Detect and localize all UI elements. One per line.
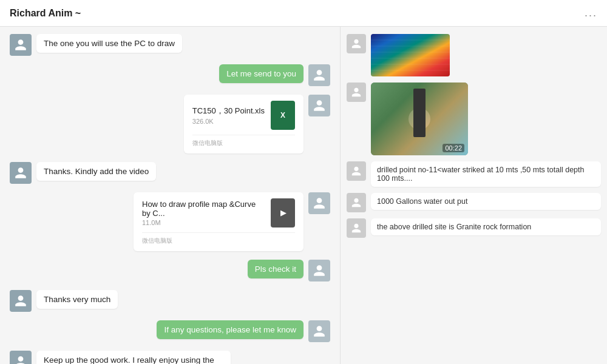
video-thumbnail[interactable]: 00:22 [371, 83, 468, 155]
right-chat-panel: 00:22 drilled point no-11<water striked … [340, 27, 607, 364]
video-file-attachment[interactable]: How to draw profile map &Curve by C... 1… [134, 192, 304, 251]
file-name: How to draw profile map &Curve by C... [142, 200, 265, 218]
file-size: 326.0K [192, 118, 265, 125]
avatar [308, 320, 330, 342]
chat-title: Richard Anim ~ [10, 8, 81, 19]
message-row: The one you will use the PC to draw [10, 34, 330, 56]
avatar [347, 193, 366, 212]
message-text: Thanks very much [44, 295, 110, 304]
message-text: the above drilled site is Granite rock f… [377, 223, 531, 231]
file-size: 11.0M [142, 219, 265, 226]
avatar [347, 83, 366, 102]
avatar [347, 161, 366, 181]
message-bubble: The one you will use the PC to draw [36, 34, 182, 53]
file-footer: 微信电脑版 [142, 232, 295, 245]
right-message-row: 00:22 [347, 83, 601, 155]
message-bubble: the above drilled site is Granite rock f… [371, 218, 601, 235]
message-bubble-green: If any questions, please let me know [157, 320, 304, 339]
avatar [308, 95, 330, 116]
chat-header: Richard Anim ~ ... [0, 0, 607, 27]
file-attachment[interactable]: TC150，30 Point.xls 326.0K X 微信电脑版 [184, 95, 304, 153]
avatar [308, 192, 330, 214]
message-row: Keep up the good work. I really enjoy us… [10, 351, 330, 364]
right-message-row: the above drilled site is Granite rock f… [347, 218, 601, 238]
message-text: Thanks. Kindly add the video [44, 167, 149, 176]
message-text: Pls check it [255, 265, 296, 274]
avatar [10, 290, 32, 312]
message-bubble: Thanks very much [36, 290, 118, 309]
message-text: drilled point no-11<water striked at 10 … [377, 166, 585, 183]
svg-rect-0 [371, 34, 450, 76]
heatmap-image [371, 34, 450, 76]
video-file-icon: ▶ [271, 198, 295, 228]
message-row: If any questions, please let me know [10, 320, 330, 342]
message-row: How to draw profile map &Curve by C... 1… [10, 192, 330, 251]
message-text: 1000 Gallons water out put [377, 197, 467, 206]
right-message-row: 1000 Gallons water out put [347, 193, 601, 212]
message-bubble-green: Pls check it [248, 260, 304, 278]
message-bubble: Keep up the good work. I really enjoy us… [36, 351, 231, 364]
file-name: TC150，30 Point.xls [192, 106, 265, 116]
excel-icon: X [271, 101, 295, 130]
message-bubble: 1000 Gallons water out put [371, 193, 601, 210]
drill-machine-graphic [413, 89, 426, 137]
avatar [308, 64, 330, 86]
avatar [10, 351, 32, 364]
message-row: Pls check it [10, 260, 330, 281]
message-bubble: Thanks. Kindly add the video [36, 162, 156, 181]
message-text: Keep up the good work. I really enjoy us… [44, 356, 214, 364]
file-footer: 微信电脑版 [192, 135, 295, 147]
message-row: Thanks very much [10, 290, 330, 312]
video-duration: 00:22 [443, 144, 464, 152]
avatar [347, 218, 366, 238]
avatar [10, 34, 32, 56]
message-bubble-green: Let me send to you [219, 64, 304, 83]
right-message-row: drilled point no-11<water striked at 10 … [347, 161, 601, 187]
avatar [347, 34, 366, 53]
message-text: If any questions, please let me know [164, 325, 296, 334]
message-row: Let me send to you [10, 64, 330, 86]
message-text: Let me send to you [226, 69, 296, 78]
avatar [10, 162, 32, 184]
left-chat-panel: The one you will use the PC to draw Let … [0, 27, 340, 364]
avatar [308, 260, 330, 281]
message-text: The one you will use the PC to draw [44, 39, 175, 48]
message-row: Thanks. Kindly add the video [10, 162, 330, 184]
more-options-button[interactable]: ... [585, 7, 597, 19]
right-message-row [347, 34, 601, 76]
message-row: TC150，30 Point.xls 326.0K X 微信电脑版 [10, 95, 330, 153]
chat-layout: The one you will use the PC to draw Let … [0, 27, 607, 364]
message-bubble: drilled point no-11<water striked at 10 … [371, 161, 601, 187]
heatmap-image-container [371, 34, 450, 76]
